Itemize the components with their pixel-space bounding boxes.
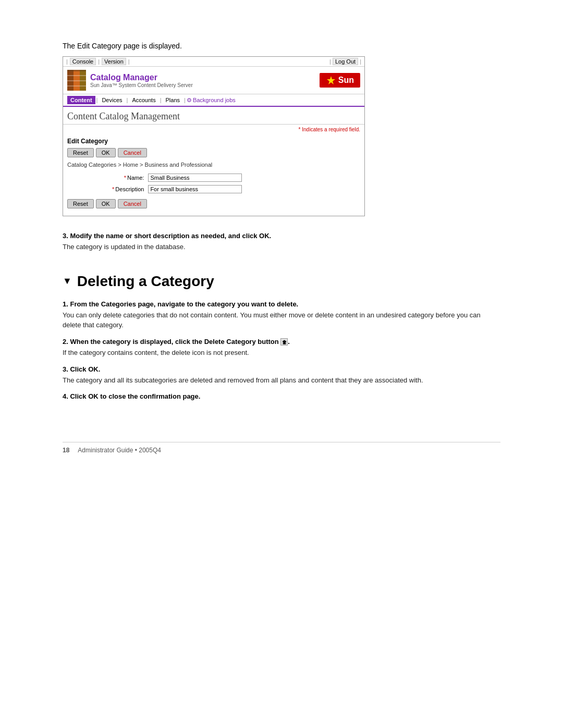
footer-page-number: 18: [63, 447, 69, 454]
deleting-step3-body: The category and all its subcategories a…: [63, 375, 500, 386]
svg-rect-6: [67, 85, 86, 87]
step-num: 2.: [63, 338, 70, 346]
footer-text: Administrator Guide • 2005Q4: [78, 447, 161, 454]
triangle-icon: ▼: [63, 276, 72, 287]
step-num: 4.: [63, 392, 70, 400]
step4-bold-text: Click OK to close the confirmation page.: [70, 392, 200, 400]
deleting-step2-body: If the category contains content, the de…: [63, 348, 500, 358]
top-bar-pipe-mid: |: [98, 58, 100, 65]
header-banner: Catalog Manager Sun Java™ System Content…: [63, 67, 364, 94]
reset-button-top[interactable]: Reset: [67, 148, 94, 157]
step3-body: The category is updated in the database.: [63, 242, 500, 252]
page-title-bar: Content Catalog Management: [63, 107, 364, 125]
nav-content[interactable]: Content: [67, 96, 95, 104]
top-bar-pipe-right: |: [128, 58, 130, 65]
required-star-desc: *: [112, 186, 114, 192]
header-subtitle: Sun Java™ System Content Delivery Server: [90, 82, 193, 88]
delete-icon: 🗑: [280, 338, 288, 346]
svg-rect-4: [67, 75, 86, 76]
step-num: 1.: [63, 300, 70, 308]
background-jobs-label: Background jobs: [193, 97, 236, 103]
step-3-modify: 3. Modify the name or short description …: [63, 232, 500, 252]
top-bar: | Console | Version | | Log Out |: [63, 57, 364, 67]
required-field-note: * Indicates a required field.: [63, 125, 364, 134]
ok-button-top[interactable]: OK: [96, 148, 116, 157]
edit-category-title: Edit Category: [67, 138, 360, 145]
svg-rect-3: [67, 70, 86, 71]
name-input[interactable]: [148, 174, 242, 182]
deleting-step-1: 1. From the Categories page, navigate to…: [63, 300, 500, 330]
nav-devices[interactable]: Devices: [99, 96, 125, 104]
breadcrumb: Catalog Categories > Home > Business and…: [67, 162, 360, 168]
table-row: *Description: [67, 183, 360, 195]
description-input[interactable]: [148, 185, 242, 193]
logout-pipe: |: [329, 58, 331, 65]
intro-text: The Edit Category page is displayed.: [63, 42, 500, 50]
sun-logo-text: Sun: [338, 76, 354, 85]
description-label: *Description: [67, 183, 146, 195]
edit-category-section: Edit Category Reset OK Cancel Catalog Ca…: [63, 134, 364, 216]
svg-marker-7: [327, 76, 335, 84]
nav-plans[interactable]: Plans: [163, 96, 183, 104]
logout-pipe2: |: [360, 58, 361, 65]
catalog-manager-title: Catalog Manager: [90, 73, 193, 82]
version-link[interactable]: Version: [102, 58, 126, 65]
cancel-button-top[interactable]: Cancel: [118, 148, 147, 157]
button-row-bottom: Reset OK Cancel: [67, 199, 360, 208]
screenshot-box: | Console | Version | | Log Out |: [63, 56, 365, 216]
section-title: Deleting a Category: [77, 273, 214, 290]
button-row-top: Reset OK Cancel: [67, 148, 360, 157]
reset-button-bottom[interactable]: Reset: [67, 199, 94, 208]
deleting-step3-bold: 3. Click OK.: [63, 365, 500, 373]
step3-bold-text: Click OK.: [70, 365, 100, 373]
deleting-step-4: 4. Click OK to close the confirmation pa…: [63, 392, 500, 400]
cancel-button-bottom[interactable]: Cancel: [118, 199, 147, 208]
deleting-step2-bold: 2. When the category is displayed, click…: [63, 338, 500, 346]
nav-accounts[interactable]: Accounts: [129, 96, 158, 104]
deleting-step1-body: You can only delete categories that do n…: [63, 310, 500, 330]
ok-button-bottom[interactable]: OK: [96, 199, 116, 208]
step3-bold: 3. Modify the name or short description …: [63, 232, 500, 240]
deleting-step1-bold: 1. From the Categories page, navigate to…: [63, 300, 500, 308]
edit-form-table: *Name: *Description: [67, 172, 360, 195]
footer: 18 Administrator Guide • 2005Q4: [63, 442, 500, 454]
deleting-step-2: 2. When the category is displayed, click…: [63, 338, 500, 358]
page-title: Content Catalog Management: [67, 111, 360, 122]
required-star-name: *: [124, 175, 126, 181]
step1-bold-text: From the Categories page, navigate to th…: [70, 300, 298, 308]
deleting-step-3: 3. Click OK. The category and all its su…: [63, 365, 500, 386]
console-link[interactable]: Console: [70, 58, 96, 65]
sun-logo: Sun: [320, 73, 360, 88]
book-icon: [67, 70, 86, 91]
top-bar-pipe-left: |: [66, 58, 68, 65]
table-row: *Name:: [67, 172, 360, 183]
svg-rect-5: [67, 80, 86, 81]
nav-bar: Content | Devices | Accounts | Plans | ⚙…: [63, 94, 364, 107]
nav-background-jobs[interactable]: ⚙ Background jobs: [187, 97, 236, 104]
name-label: *Name:: [67, 172, 146, 183]
logout-link[interactable]: Log Out: [333, 58, 358, 65]
step2-bold-text: When the category is displayed, click th…: [70, 338, 278, 346]
step-num: 3.: [63, 365, 70, 373]
deleting-step4-bold: 4. Click OK to close the confirmation pa…: [63, 392, 500, 400]
background-jobs-icon: ⚙: [187, 97, 192, 104]
section-heading: ▼ Deleting a Category: [63, 273, 500, 290]
